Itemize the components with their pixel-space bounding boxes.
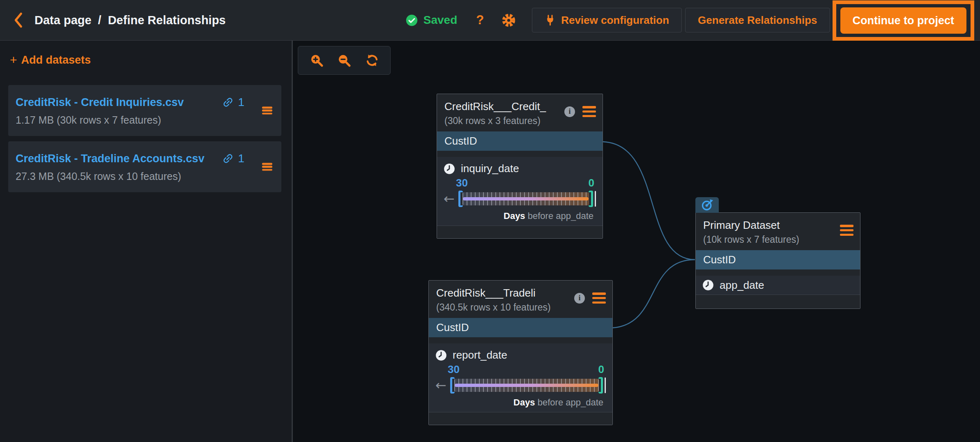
dataset-card[interactable]: CreditRisk - Tradeline Accounts.csv 1 27… — [8, 141, 281, 192]
clock-icon — [702, 279, 714, 291]
feature-window-panel: inquiry_date 30 0 ← Days before app_date — [437, 157, 603, 226]
info-icon[interactable]: i — [564, 106, 575, 117]
date-feature-label: report_date — [453, 349, 507, 361]
generate-relationships-label: Generate Relationships — [698, 14, 817, 27]
node-divider — [429, 337, 612, 343]
feature-window-panel: report_date 30 0 ← Days before app_date — [429, 343, 612, 412]
node-divider — [437, 151, 603, 157]
link-count-badge: 1 — [222, 96, 244, 109]
save-status-label: Saved — [423, 14, 458, 27]
dataset-card[interactable]: CreditRisk - Credit Inquiries.csv 1 1.17… — [8, 85, 281, 136]
top-bar: Data page / Define Relationships Saved ? — [0, 0, 980, 41]
node-footer — [696, 295, 860, 308]
relationship-edges — [294, 41, 980, 442]
zoom-in-icon — [309, 53, 324, 68]
arrow-left-icon: ← — [444, 193, 458, 205]
continue-to-project-button[interactable]: Continue to project — [840, 7, 966, 34]
node-subtitle: (30k rows x 3 features) — [444, 115, 546, 127]
node-divider — [696, 269, 860, 276]
breadcrumb-current: Define Relationships — [108, 14, 226, 27]
link-icon — [219, 94, 237, 111]
range-end-handle[interactable] — [589, 191, 593, 207]
add-datasets-button[interactable]: + Add datasets — [10, 53, 91, 67]
relationship-edge — [613, 260, 695, 328]
node-menu-icon[interactable] — [840, 225, 853, 236]
join-key-row[interactable]: CustID — [437, 131, 603, 151]
help-icon[interactable]: ? — [476, 13, 484, 28]
dataset-node[interactable]: CreditRisk___Tradeli (340.5k rows x 10 f… — [428, 280, 613, 425]
date-feature-label: app_date — [720, 279, 764, 292]
range-track[interactable] — [462, 192, 589, 205]
generate-relationships-button[interactable]: Generate Relationships — [685, 8, 830, 32]
breadcrumb-root[interactable]: Data page — [35, 14, 92, 27]
arrow-left-icon: ← — [435, 379, 450, 391]
zoom-out-button[interactable] — [335, 51, 354, 70]
back-button[interactable] — [11, 11, 25, 29]
primary-dataset-tab — [695, 197, 719, 213]
relationship-canvas[interactable]: CreditRisk___Credit_ (30k rows x 3 featu… — [294, 41, 980, 442]
range-end-mark — [605, 378, 606, 393]
refresh-button[interactable] — [363, 51, 382, 70]
link-icon — [219, 150, 237, 167]
dataset-name-link[interactable]: CreditRisk - Tradeline Accounts.csv — [16, 152, 205, 165]
add-datasets-label: Add datasets — [21, 54, 91, 67]
check-circle-icon — [405, 14, 418, 27]
node-footer — [429, 412, 612, 425]
range-gradient — [463, 197, 589, 200]
join-key-row[interactable]: CustID — [429, 318, 612, 337]
canvas-toolbar — [298, 46, 391, 75]
dataset-name-link[interactable]: CreditRisk - Credit Inquiries.csv — [16, 96, 184, 109]
dataset-meta: 1.17 MB (30k rows x 7 features) — [16, 114, 244, 126]
window-caption: Days before app_date — [435, 397, 606, 408]
join-key-row[interactable]: CustID — [696, 250, 860, 269]
settings-button[interactable] — [501, 13, 516, 28]
breadcrumb: Data page / Define Relationships — [35, 14, 226, 27]
link-count: 1 — [238, 152, 244, 165]
review-configuration-label: Review configuration — [561, 14, 669, 27]
range-gradient — [455, 384, 598, 387]
clock-icon — [435, 350, 447, 361]
range-end-handle[interactable] — [598, 377, 603, 394]
node-menu-icon[interactable] — [592, 292, 606, 304]
node-subtitle: (340.5k rows x 10 features) — [436, 302, 551, 313]
app-window: Data page / Define Relationships Saved ? — [0, 0, 980, 442]
dataset-menu-icon[interactable] — [262, 107, 272, 115]
breadcrumb-separator: / — [98, 14, 101, 27]
node-title: CreditRisk___Tradeli — [436, 287, 551, 299]
node-footer — [437, 226, 603, 238]
node-title: Primary Dataset — [703, 219, 799, 232]
target-icon — [701, 198, 714, 212]
datasets-sidebar: + Add datasets CreditRisk - Credit Inqui… — [0, 41, 293, 442]
date-feature-label: inquiry_date — [461, 162, 519, 175]
zoom-out-icon — [337, 53, 352, 68]
node-title: CreditRisk___Credit_ — [444, 100, 546, 113]
link-count: 1 — [238, 96, 244, 109]
plus-icon: + — [10, 53, 17, 67]
node-menu-icon[interactable] — [582, 106, 596, 117]
date-feature-row[interactable]: app_date — [696, 276, 860, 295]
range-end-mark — [595, 191, 596, 207]
dataset-meta: 27.3 MB (340.5k rows x 10 features) — [16, 170, 244, 182]
relationship-edge — [603, 142, 695, 260]
window-end-label: 0 — [598, 363, 604, 376]
zoom-in-button[interactable] — [307, 51, 326, 70]
window-start-label: 30 — [448, 363, 460, 376]
review-configuration-button[interactable]: Review configuration — [532, 8, 682, 32]
dataset-node[interactable]: CreditRisk___Credit_ (30k rows x 3 featu… — [437, 94, 603, 239]
annotation-highlight: Continue to project — [833, 0, 974, 41]
window-end-label: 0 — [589, 177, 594, 189]
node-subtitle: (10k rows x 7 features) — [703, 234, 799, 245]
info-icon[interactable]: i — [574, 293, 585, 304]
dataset-menu-icon[interactable] — [262, 163, 272, 171]
clock-icon — [444, 163, 455, 175]
window-start-label: 30 — [456, 177, 468, 189]
primary-dataset-node[interactable]: Primary Dataset (10k rows x 7 features) … — [695, 212, 860, 309]
link-count-badge: 1 — [222, 152, 244, 165]
plug-icon — [545, 15, 556, 26]
back-chevron-icon — [12, 12, 24, 28]
range-track[interactable] — [454, 379, 599, 392]
save-status: Saved — [405, 14, 458, 27]
gear-icon — [501, 13, 516, 28]
window-caption: Days before app_date — [444, 211, 596, 221]
refresh-icon — [365, 53, 379, 67]
